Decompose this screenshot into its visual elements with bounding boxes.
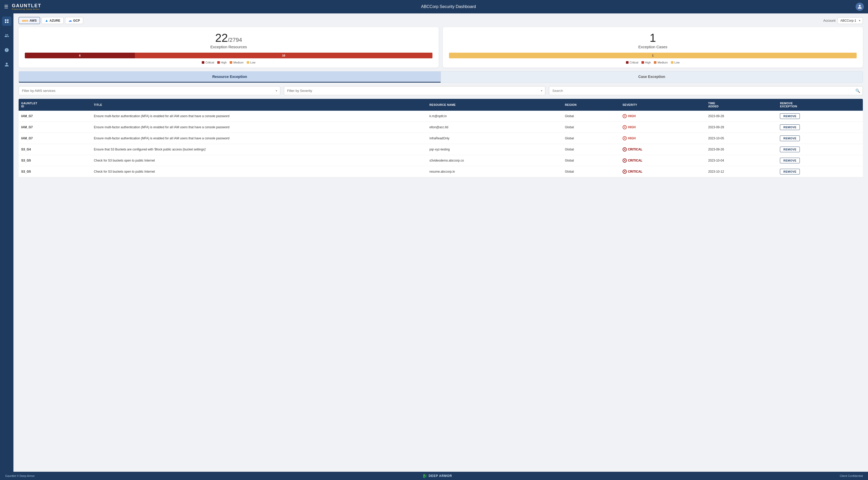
svg-rect-1: [7, 20, 8, 21]
cell-remove[interactable]: REMOVE: [777, 122, 863, 133]
cell-resource: resume.abccorp.in: [427, 166, 562, 177]
account-dropdown-wrap[interactable]: ABCCorp-1: [838, 17, 863, 24]
aws-icon: aws: [22, 19, 28, 23]
cell-remove[interactable]: REMOVE: [777, 133, 863, 144]
exception-resources-number: 22/2794: [25, 32, 432, 44]
logo: GAUNTLET Powered by Deep Armor: [12, 3, 41, 10]
remove-button[interactable]: REMOVE: [780, 125, 800, 130]
page-title: ABCCorp Security Dashboard: [41, 4, 856, 9]
cell-region: Global: [562, 166, 620, 177]
severity-filter[interactable]: Filter by Severity: [284, 86, 546, 95]
sidebar: [0, 13, 13, 472]
exception-cases-bar: 1: [449, 53, 857, 58]
footer-brand: DEEP ARMOR: [429, 474, 452, 478]
cell-severity: ✕ CRITICAL: [620, 166, 706, 177]
cell-region: Global: [562, 155, 620, 166]
cloud-tabs: aws AWS ▲ AZURE ☁ GCP: [19, 17, 83, 24]
tab-resource-exception[interactable]: Resource Exception: [19, 71, 441, 82]
footer-left: Gauntlet © Deep Armor: [5, 474, 35, 477]
cell-title: Ensure that S3 Buckets are configured wi…: [91, 144, 427, 155]
bar-high: 16: [135, 53, 432, 58]
cell-resource: elton@acc.ltd: [427, 122, 562, 133]
footer: Gauntlet © Deep Armor 🐉 DEEP ARMOR Clien…: [0, 472, 868, 480]
sidebar-item-dashboard[interactable]: [2, 16, 11, 26]
table-row: S3_G5 Check for S3 buckets open to publi…: [19, 166, 863, 177]
legend-high: High: [217, 61, 227, 64]
footer-logo-icon: 🐉: [423, 474, 427, 478]
bar-critical: 6: [25, 53, 135, 58]
cell-remove[interactable]: REMOVE: [777, 155, 863, 166]
remove-button[interactable]: REMOVE: [780, 113, 800, 119]
cell-resource: pqr-xyz-testing: [427, 144, 562, 155]
sidebar-item-users[interactable]: [2, 60, 11, 69]
cell-severity: ✕ HIGH: [620, 111, 706, 122]
account-selector: Account ABCCorp-1: [823, 17, 863, 24]
search-input[interactable]: [549, 86, 863, 95]
account-label: Account: [823, 19, 835, 23]
table-row: IAM_G7 Ensure multi-factor authenticatio…: [19, 111, 863, 122]
search-wrap: 🔍: [549, 86, 863, 95]
svg-rect-2: [5, 22, 6, 23]
cloud-tab-aws[interactable]: aws AWS: [19, 17, 40, 24]
table-row: IAM_G7 Ensure multi-factor authenticatio…: [19, 133, 863, 144]
table-header-row: GAUNTLETID TITLE RESOURCE NAME REGION SE…: [19, 99, 863, 111]
exception-cases-label: Exception Cases: [449, 45, 857, 49]
cell-id: S3_G5: [19, 155, 91, 166]
legend-critical: Critical: [202, 61, 214, 64]
remove-button[interactable]: REMOVE: [780, 169, 800, 174]
aws-services-filter-wrap[interactable]: Filter by AWS services: [19, 86, 280, 95]
cell-remove[interactable]: REMOVE: [777, 166, 863, 177]
menu-icon[interactable]: ☰: [4, 4, 8, 9]
remove-button[interactable]: REMOVE: [780, 135, 800, 141]
cell-id: IAM_G7: [19, 122, 91, 133]
cell-time: 2023-10-04: [706, 155, 777, 166]
tab-case-exception[interactable]: Case Exception: [441, 71, 863, 82]
cell-time: 2023-10-05: [706, 133, 777, 144]
sidebar-item-alerts[interactable]: [2, 45, 11, 55]
col-severity: SEVERITY: [620, 99, 706, 111]
cell-remove[interactable]: REMOVE: [777, 111, 863, 122]
remove-button[interactable]: REMOVE: [780, 146, 800, 152]
filters-row: Filter by AWS services Filter by Severit…: [19, 86, 863, 95]
col-time-added: TIMEADDED: [706, 99, 777, 111]
col-remove-exception: REMOVEEXCEPTION: [777, 99, 863, 111]
aws-services-filter[interactable]: Filter by AWS services: [19, 86, 280, 95]
svg-rect-0: [5, 20, 6, 21]
exceptions-table: GAUNTLETID TITLE RESOURCE NAME REGION SE…: [19, 99, 863, 177]
severity-filter-wrap[interactable]: Filter by Severity: [284, 86, 546, 95]
cell-id: IAM_G7: [19, 133, 91, 144]
remove-button[interactable]: REMOVE: [780, 158, 800, 163]
col-resource-name: RESOURCE NAME: [427, 99, 562, 111]
cloud-tab-gcp[interactable]: ☁ GCP: [65, 17, 83, 24]
exception-resources-card: 22/2794 Exception Resources 6 16 Critica…: [19, 27, 439, 68]
cell-id: S3_G4: [19, 144, 91, 155]
section-tabs: Resource Exception Case Exception: [19, 71, 863, 82]
exception-cases-number: 1: [449, 32, 857, 44]
account-dropdown[interactable]: ABCCorp-1: [838, 17, 863, 24]
cell-resource: s3videodemo.abccorp.co: [427, 155, 562, 166]
cell-time: 2023-10-12: [706, 166, 777, 177]
azure-icon: ▲: [45, 19, 48, 23]
sidebar-item-inventory[interactable]: [2, 31, 11, 40]
col-region: REGION: [562, 99, 620, 111]
col-gauntlet-id: GAUNTLETID: [19, 99, 91, 111]
cases-legend-critical: Critical: [626, 61, 638, 64]
cell-id: S3_G5: [19, 166, 91, 177]
legend-low: Low: [247, 61, 255, 64]
user-avatar[interactable]: [856, 3, 864, 11]
cell-region: Global: [562, 122, 620, 133]
cloud-tab-azure[interactable]: ▲ AZURE: [41, 17, 64, 24]
cell-remove[interactable]: REMOVE: [777, 144, 863, 155]
cell-resource: InfraReadOnly: [427, 133, 562, 144]
cell-title: Ensure multi-factor authentication (MFA)…: [91, 133, 427, 144]
exception-cases-card: 1 Exception Cases 1 Critical High Medium…: [443, 27, 863, 68]
search-icon[interactable]: 🔍: [855, 89, 860, 93]
cloud-tabs-row: aws AWS ▲ AZURE ☁ GCP Account ABCCorp-1: [19, 17, 863, 24]
main-content: aws AWS ▲ AZURE ☁ GCP Account ABCCorp-1: [13, 13, 868, 472]
table-row: IAM_G7 Ensure multi-factor authenticatio…: [19, 122, 863, 133]
svg-rect-3: [7, 22, 8, 23]
cell-title: Check for S3 buckets open to public Inte…: [91, 166, 427, 177]
table-container: GAUNTLETID TITLE RESOURCE NAME REGION SE…: [19, 99, 863, 472]
cell-title: Ensure multi-factor authentication (MFA)…: [91, 111, 427, 122]
logo-sub: Powered by Deep Armor: [12, 8, 40, 10]
